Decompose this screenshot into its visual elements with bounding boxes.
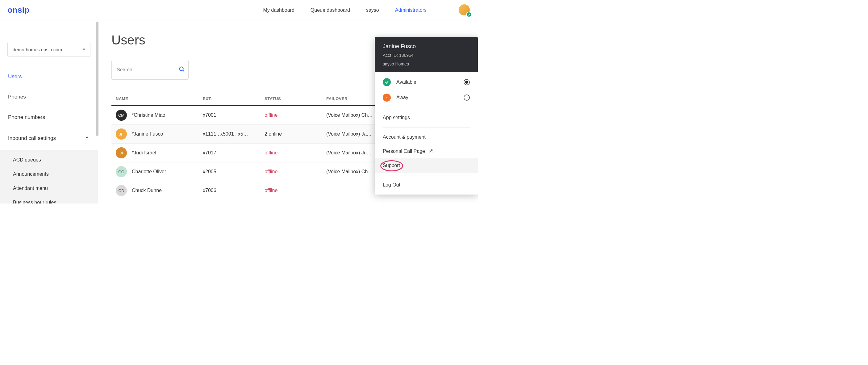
clock-icon	[383, 94, 391, 101]
status-available[interactable]: Available	[375, 74, 478, 90]
nav-sayso[interactable]: sayso	[366, 7, 379, 13]
user-ext: x7017	[201, 144, 263, 162]
search-icon	[178, 66, 185, 74]
user-name: *Judi Israel	[132, 150, 156, 156]
radio-unselected-icon	[464, 94, 470, 101]
menu-personal-call-page[interactable]: Personal Call Page	[375, 144, 478, 158]
sidebar-item-phone-numbers[interactable]: Phone numbers	[7, 110, 90, 125]
domain-select[interactable]: demo-homes.onsip.com ▾	[7, 42, 90, 57]
user-name: Charlotte Oliver	[132, 169, 166, 175]
domain-select-value: demo-homes.onsip.com	[13, 47, 62, 52]
menu-account-payment[interactable]: Account & payment	[375, 130, 478, 144]
external-link-icon	[428, 149, 433, 154]
user-name: *Janine Fusco	[132, 131, 163, 137]
user-name: *Christine Miao	[132, 113, 165, 118]
presence-badge-icon	[466, 12, 472, 17]
status-away[interactable]: Away	[375, 90, 478, 105]
profile-menu: Janine Fusco Acct ID: 136954 sayso Homes…	[375, 37, 478, 194]
sidebar-item-users[interactable]: Users	[7, 69, 90, 84]
col-name[interactable]: NAME	[112, 93, 201, 105]
svg-point-0	[180, 67, 183, 71]
menu-support[interactable]: Support	[375, 158, 478, 173]
check-circle-icon	[383, 78, 391, 86]
user-ext: x7001	[201, 105, 263, 125]
main-content: Users NAME EXT. STATUS FAILOVER CM *Chri…	[98, 20, 478, 204]
app-logo: onsip	[7, 5, 30, 15]
avatar: JF	[116, 128, 127, 140]
sidebar-submenu: ACD queues Announcements Attendant menu …	[0, 150, 98, 204]
caret-down-icon: ▾	[83, 47, 85, 52]
profile-menu-header: Janine Fusco Acct ID: 136954 sayso Homes	[375, 37, 478, 72]
chevron-up-icon	[84, 134, 90, 142]
nav-queue-dashboard[interactable]: Queue dashboard	[311, 7, 350, 13]
divider	[383, 108, 470, 108]
menu-label: Support	[383, 163, 400, 168]
nav-my-dashboard[interactable]: My dashboard	[263, 7, 294, 13]
search-input[interactable]	[117, 67, 178, 72]
status-label: Away	[396, 95, 458, 100]
user-status: offline	[265, 188, 278, 193]
app-header: onsip My dashboard Queue dashboard sayso…	[0, 0, 478, 20]
radio-selected-icon	[464, 79, 470, 85]
menu-app-settings[interactable]: App settings	[375, 111, 478, 125]
search-box[interactable]	[112, 60, 189, 80]
profile-account-id: Acct ID: 136954	[383, 53, 470, 58]
nav-administrators[interactable]: Administrators	[395, 7, 427, 13]
profile-name: Janine Fusco	[383, 43, 470, 50]
user-status: 2 online	[265, 131, 282, 136]
col-ext[interactable]: EXT.	[201, 93, 263, 105]
user-status: offline	[265, 113, 278, 118]
user-status: offline	[265, 150, 278, 155]
avatar: CM	[116, 110, 127, 121]
status-label: Available	[396, 79, 458, 85]
sidebar-sub-acd-queues[interactable]: ACD queues	[0, 153, 98, 167]
sidebar: demo-homes.onsip.com ▾ Users Phones Phon…	[0, 20, 98, 204]
user-ext: x2005	[201, 162, 263, 181]
top-nav: My dashboard Queue dashboard sayso Admin…	[263, 4, 470, 16]
profile-org: sayso Homes	[383, 61, 470, 66]
col-status[interactable]: STATUS	[263, 93, 324, 105]
avatar: CD	[116, 185, 127, 196]
sidebar-item-inbound-call-settings[interactable]: Inbound call settings	[7, 130, 90, 146]
sidebar-sub-announcements[interactable]: Announcements	[0, 167, 98, 181]
avatar: CO	[116, 166, 127, 177]
user-name: Chuck Dunne	[132, 188, 162, 193]
user-ext: x7006	[201, 181, 263, 200]
divider	[383, 127, 470, 127]
svg-line-1	[183, 70, 184, 71]
user-status: offline	[265, 169, 278, 174]
sidebar-sub-attendant-menu[interactable]: Attendant menu	[0, 181, 98, 195]
sidebar-item-label: Inbound call settings	[8, 135, 56, 142]
sidebar-item-phones[interactable]: Phones	[7, 90, 90, 104]
avatar: JI	[116, 147, 127, 158]
user-ext: x1111 , x5001 , x5…	[201, 125, 263, 144]
menu-logout[interactable]: Log Out	[375, 178, 478, 192]
sidebar-sub-business-hour-rules[interactable]: Business hour rules	[0, 195, 98, 204]
menu-label: Personal Call Page	[383, 149, 425, 154]
profile-avatar-button[interactable]	[459, 4, 470, 16]
